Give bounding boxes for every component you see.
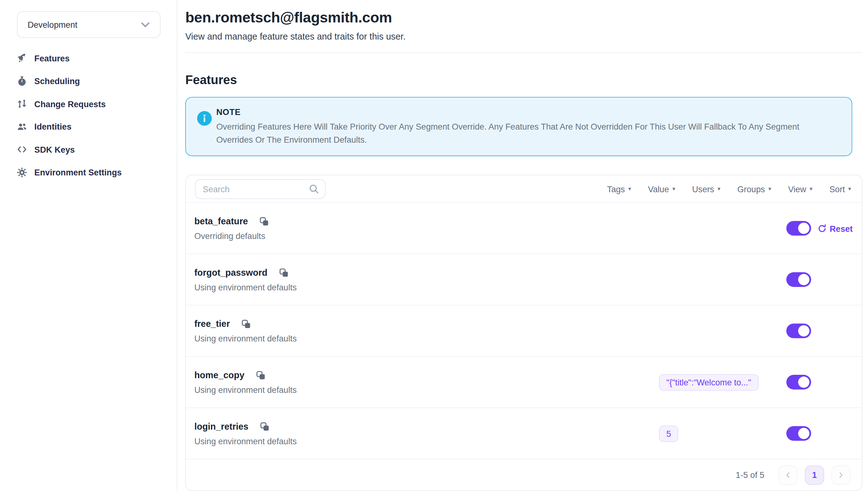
- sidebar: Development Features: [0, 0, 178, 491]
- gear-icon: [17, 167, 27, 178]
- change-requests-icon: [17, 99, 27, 109]
- feature-row-login-retries[interactable]: login_retries Using environment defaults…: [186, 407, 862, 459]
- feature-row-free-tier[interactable]: free_tier Using environment defaults: [186, 305, 862, 356]
- sidebar-item-label: Scheduling: [34, 76, 80, 86]
- sidebar-item-label: Environment Settings: [34, 168, 121, 177]
- environment-select[interactable]: Development: [17, 11, 160, 38]
- info-icon: [197, 111, 212, 125]
- feature-row-forgot-password[interactable]: forgot_password Using environment defaul…: [186, 254, 862, 305]
- sidebar-item-features[interactable]: Features: [0, 47, 177, 69]
- filter-bar: Tags Value Users Groups View Sort: [607, 184, 853, 194]
- page-title: ben.rometsch@flagsmith.com: [185, 9, 862, 27]
- note-banner: NOTE Overriding Features Here Will Take …: [185, 97, 852, 156]
- feature-toggle[interactable]: [786, 426, 811, 441]
- note-title: NOTE: [216, 107, 818, 117]
- caret-down-icon: [810, 186, 813, 192]
- caret-down-icon: [673, 186, 675, 192]
- copy-icon[interactable]: [279, 268, 288, 277]
- pagination-prev-button[interactable]: [778, 465, 798, 485]
- main-content: ben.rometsch@flagsmith.com View and mana…: [185, 0, 862, 491]
- feature-name: free_tier: [194, 319, 230, 329]
- sidebar-item-label: Features: [34, 53, 69, 63]
- filter-value[interactable]: Value: [648, 184, 675, 194]
- feature-row-home-copy[interactable]: home_copy Using environment defaults "{"…: [186, 356, 862, 407]
- feature-status: Using environment defaults: [194, 334, 297, 343]
- feature-toggle[interactable]: [786, 375, 811, 389]
- sidebar-item-label: Identities: [34, 122, 71, 132]
- sidebar-item-label: Change Requests: [34, 99, 105, 109]
- feature-name: beta_feature: [194, 216, 248, 227]
- feature-value-chip[interactable]: 5: [659, 425, 678, 441]
- filter-view[interactable]: View: [788, 184, 812, 194]
- search-icon: [309, 183, 319, 197]
- caret-down-icon: [628, 186, 631, 192]
- filter-users[interactable]: Users: [692, 184, 720, 194]
- chevron-right-icon: [837, 471, 845, 479]
- sidebar-item-sdk-keys[interactable]: SDK Keys: [0, 138, 177, 161]
- pagination-page-1-button[interactable]: 1: [805, 465, 824, 485]
- identities-icon: [17, 121, 27, 132]
- feature-status: Using environment defaults: [194, 282, 297, 292]
- caret-down-icon: [768, 186, 771, 192]
- feature-status: Using environment defaults: [194, 385, 297, 395]
- note-body: Overriding Features Here Will Take Prior…: [216, 120, 818, 146]
- caret-down-icon: [848, 186, 851, 192]
- copy-icon[interactable]: [242, 319, 251, 328]
- sidebar-item-label: SDK Keys: [34, 145, 75, 154]
- features-toolbar: Tags Value Users Groups View Sort: [186, 175, 862, 203]
- flagsmith-identity-page: Development Features: [0, 0, 868, 491]
- feature-status: Using environment defaults: [194, 436, 297, 445]
- environment-select-value: Development: [28, 20, 78, 29]
- filter-tags[interactable]: Tags: [607, 184, 631, 194]
- stopwatch-icon: [17, 76, 27, 86]
- divider: [185, 52, 862, 53]
- chevron-left-icon: [784, 471, 792, 479]
- feature-name: forgot_password: [194, 267, 268, 278]
- sidebar-item-change-requests[interactable]: Change Requests: [0, 92, 177, 115]
- refresh-icon: [817, 223, 827, 233]
- feature-toggle[interactable]: [786, 272, 811, 287]
- feature-toggle[interactable]: [786, 323, 811, 338]
- sidebar-item-identities[interactable]: Identities: [0, 115, 177, 138]
- sidebar-item-scheduling[interactable]: Scheduling: [0, 69, 177, 92]
- feature-toggle[interactable]: [786, 221, 811, 235]
- features-panel: Tags Value Users Groups View Sort beta_f…: [185, 175, 862, 491]
- sidebar-item-environment-settings[interactable]: Environment Settings: [0, 161, 177, 184]
- sidebar-nav: Features Scheduling: [0, 47, 177, 184]
- rocket-icon: [17, 53, 27, 63]
- caret-down-icon: [718, 186, 720, 192]
- feature-value-chip[interactable]: "{"title":"Welcome to...": [659, 374, 758, 390]
- copy-icon[interactable]: [256, 371, 265, 380]
- search-input[interactable]: [195, 179, 326, 198]
- reset-button[interactable]: Reset: [817, 223, 853, 233]
- copy-icon[interactable]: [260, 217, 269, 226]
- page-subtitle: View and manage feature states and trait…: [185, 31, 862, 42]
- copy-icon[interactable]: [260, 422, 269, 431]
- filter-sort[interactable]: Sort: [829, 184, 851, 194]
- feature-name: home_copy: [194, 370, 244, 380]
- features-section-heading: Features: [185, 73, 862, 87]
- feature-name: login_retries: [194, 421, 248, 432]
- code-icon: [17, 145, 27, 155]
- chevron-down-icon: [141, 22, 150, 27]
- pagination-summary: 1-5 of 5: [736, 470, 764, 480]
- feature-status: Overriding defaults: [194, 231, 269, 240]
- filter-groups[interactable]: Groups: [737, 184, 771, 194]
- pagination-next-button[interactable]: [831, 465, 850, 485]
- feature-row-beta-feature[interactable]: beta_feature Overriding defaults: [186, 203, 862, 254]
- pagination: 1-5 of 5 1: [186, 459, 862, 490]
